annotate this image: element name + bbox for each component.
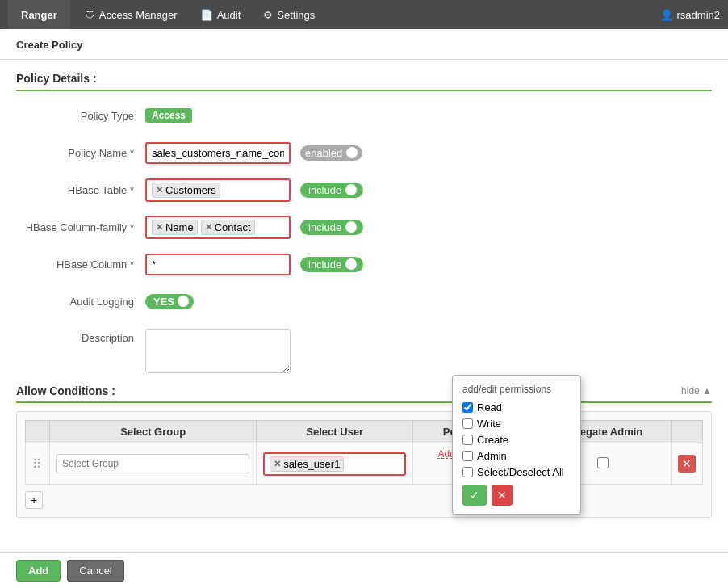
perm-write-checkbox[interactable] bbox=[462, 418, 473, 429]
perm-read-checkbox[interactable] bbox=[462, 402, 473, 413]
policy-details-title: Policy Details : bbox=[16, 72, 712, 91]
add-row-button[interactable]: + bbox=[25, 491, 43, 509]
popup-cancel-button[interactable]: ✕ bbox=[492, 485, 513, 506]
description-label: Description bbox=[16, 329, 145, 344]
conditions-table-wrap: Select Group Select User Permissions Del… bbox=[16, 411, 712, 518]
sales-user1-tag: ✕ sales_user1 bbox=[270, 456, 344, 472]
toggle-knob bbox=[345, 258, 357, 270]
hbase-table-include-label: include bbox=[308, 184, 341, 196]
policy-name-input[interactable] bbox=[145, 142, 291, 164]
name-tag-label: Name bbox=[165, 221, 194, 233]
hbase-column-family-label: HBase Column-family * bbox=[16, 221, 145, 233]
enabled-label: enabled bbox=[305, 147, 342, 159]
popup-ok-button[interactable]: ✓ bbox=[462, 485, 487, 506]
perm-write-label: Write bbox=[477, 418, 501, 430]
delegate-admin-checkbox[interactable] bbox=[597, 457, 609, 468]
drag-handle-icon[interactable]: ⠿ bbox=[32, 457, 42, 471]
user-icon: 👤 bbox=[660, 9, 673, 21]
audit-logging-group: Audit Logging YES bbox=[16, 288, 712, 314]
allow-conditions-section: Allow Conditions : hide ▲ Select Group S… bbox=[16, 384, 712, 518]
perm-admin-row: Admin bbox=[462, 450, 571, 462]
delete-cell: ✕ bbox=[672, 443, 703, 485]
permissions-popup: add/edit permissions Read Write Create A… bbox=[452, 375, 581, 514]
permissions-popup-title: add/edit permissions bbox=[462, 384, 571, 395]
delete-col-header bbox=[672, 421, 703, 443]
hbase-column-input[interactable] bbox=[145, 254, 291, 275]
select-group-header: Select Group bbox=[50, 421, 257, 443]
hbase-table-label: HBase Table * bbox=[16, 184, 145, 196]
table-row: ⠿ ✕ sales_user1 bbox=[26, 443, 703, 485]
hbase-column-family-group: HBase Column-family * ✕ Name ✕ Contact i… bbox=[16, 214, 712, 240]
hbase-column-label: HBase Column * bbox=[16, 258, 145, 271]
sales-user1-tag-label: sales_user1 bbox=[283, 458, 340, 470]
select-group-input[interactable] bbox=[56, 454, 249, 473]
hbase-column-include-toggle[interactable]: include bbox=[300, 257, 363, 272]
popup-actions: ✓ ✕ bbox=[462, 485, 571, 506]
contact-tag: ✕ Contact bbox=[201, 220, 255, 235]
perm-create-row: Create bbox=[462, 434, 571, 446]
drag-col-header bbox=[26, 421, 50, 443]
perm-create-checkbox[interactable] bbox=[462, 435, 473, 445]
audit-logging-value: YES bbox=[153, 296, 174, 308]
sales-user1-tag-remove[interactable]: ✕ bbox=[274, 459, 281, 469]
perm-select-all-label: Select/Deselect All bbox=[477, 466, 564, 478]
policy-type-group: Policy Type Access bbox=[16, 103, 712, 128]
toggle-knob bbox=[345, 184, 357, 195]
hbase-column-group: HBase Column * include bbox=[16, 251, 712, 277]
nav-access-manager[interactable]: 🛡 Access Manager bbox=[73, 0, 189, 29]
page-title: Create Policy bbox=[16, 39, 82, 51]
toggle-knob bbox=[346, 147, 358, 158]
audit-logging-label: Audit Logging bbox=[16, 296, 145, 308]
customers-tag: ✕ Customers bbox=[152, 183, 220, 198]
gear-icon: ⚙ bbox=[263, 9, 273, 21]
audit-logging-toggle[interactable]: YES bbox=[145, 294, 194, 309]
policy-type-label: Policy Type bbox=[16, 110, 145, 122]
perm-select-all-row: Select/Deselect All bbox=[462, 466, 571, 478]
description-textarea[interactable] bbox=[145, 329, 291, 373]
perm-admin-label: Admin bbox=[477, 450, 507, 462]
drag-cell: ⠿ bbox=[26, 443, 50, 485]
hbase-column-family-include-label: include bbox=[308, 221, 341, 233]
footer-buttons: Add Cancel bbox=[0, 552, 728, 588]
perm-select-all-checkbox[interactable] bbox=[462, 467, 473, 477]
hbase-column-family-input[interactable]: ✕ Name ✕ Contact bbox=[145, 216, 291, 239]
name-tag-remove[interactable]: ✕ bbox=[156, 222, 163, 233]
select-user-header: Select User bbox=[257, 421, 413, 443]
hbase-column-include-wrap: include bbox=[300, 257, 363, 272]
hbase-column-include-label: include bbox=[308, 258, 341, 271]
customers-tag-label: Customers bbox=[165, 184, 216, 196]
nav-settings[interactable]: ⚙ Settings bbox=[252, 0, 326, 29]
perm-admin-checkbox[interactable] bbox=[462, 451, 473, 461]
hbase-column-family-include-wrap: include bbox=[300, 220, 363, 235]
contact-tag-remove[interactable]: ✕ bbox=[205, 222, 212, 233]
brand-logo: Ranger bbox=[8, 0, 70, 29]
file-icon: 📄 bbox=[200, 9, 213, 21]
customers-tag-remove[interactable]: ✕ bbox=[156, 185, 163, 195]
hide-link[interactable]: hide ▲ bbox=[681, 385, 712, 397]
toggle-knob bbox=[345, 221, 357, 233]
policy-type-badge: Access bbox=[145, 108, 192, 123]
username: rsadmin2 bbox=[677, 9, 720, 21]
delete-row-button[interactable]: ✕ bbox=[678, 455, 696, 472]
enabled-toggle[interactable]: enabled bbox=[300, 145, 362, 161]
name-tag: ✕ Name bbox=[152, 220, 198, 235]
cancel-button[interactable]: Cancel bbox=[67, 560, 123, 582]
perm-read-label: Read bbox=[477, 401, 502, 414]
hbase-table-group: HBase Table * ✕ Customers include bbox=[16, 177, 712, 203]
page-container: Create Policy Policy Details : Policy Ty… bbox=[0, 29, 728, 588]
allow-conditions-header: Allow Conditions : hide ▲ bbox=[16, 384, 712, 403]
contact-tag-label: Contact bbox=[215, 221, 251, 233]
select-user-input[interactable]: ✕ sales_user1 bbox=[263, 452, 406, 476]
hbase-table-input[interactable]: ✕ Customers bbox=[145, 178, 291, 202]
add-button[interactable]: Add bbox=[16, 560, 61, 582]
enabled-toggle-wrap: enabled bbox=[300, 145, 362, 161]
perm-create-label: Create bbox=[477, 434, 508, 446]
user-info: 👤 rsadmin2 bbox=[660, 9, 720, 21]
hbase-column-family-include-toggle[interactable]: include bbox=[300, 220, 363, 235]
policy-name-group: Policy Name * enabled bbox=[16, 140, 712, 166]
nav-audit[interactable]: 📄 Audit bbox=[189, 0, 253, 29]
hbase-table-include-toggle[interactable]: include bbox=[300, 183, 363, 198]
select-group-cell bbox=[50, 443, 257, 485]
page-header: Create Policy bbox=[0, 29, 728, 60]
perm-write-row: Write bbox=[462, 418, 571, 430]
